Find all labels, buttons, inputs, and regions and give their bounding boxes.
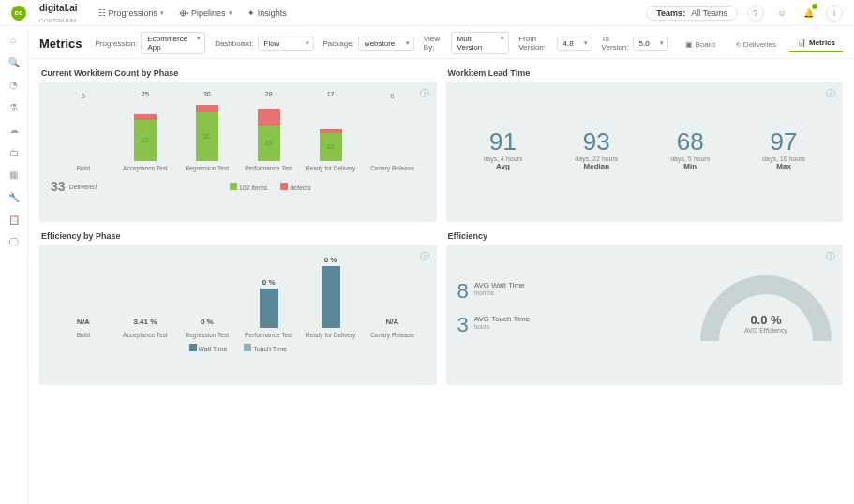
nav-insights-label: Insights (258, 8, 287, 18)
bar-total: 25 (142, 91, 149, 97)
filter-viewby-label: View By: (424, 35, 447, 52)
legend-wait-swatch-icon (189, 344, 197, 351)
brand: digital.ai CONTINUUM (39, 2, 78, 24)
tab-deliveries-label: Deliveries (743, 40, 776, 49)
bar-col: 3026Regression Test (180, 91, 234, 171)
lead-col: 68days, 5 hoursMin (670, 129, 710, 170)
bar-col: 0Build (56, 93, 111, 171)
eff-label: Performance Test (245, 332, 292, 338)
gauge-value: 0.0 % (700, 313, 832, 327)
panel-info-icon[interactable]: ⓘ (420, 250, 429, 263)
bell-icon[interactable]: 🔔 (800, 5, 817, 22)
avg-touch-label: AVG Touch Time (474, 315, 530, 323)
rail-folder-icon[interactable]: 🗀 (8, 146, 20, 157)
user-icon[interactable]: ☺ (773, 5, 790, 22)
chevron-down-icon: ▾ (160, 9, 164, 17)
lead-sub: days, 22 hours (575, 156, 618, 162)
bar-total: 28 (265, 91, 273, 97)
filter-viewby-select[interactable]: Multi Version (451, 32, 510, 54)
filter-progression-label: Progression: (96, 39, 138, 48)
tab-board-label: Board (696, 40, 715, 49)
lead-col: 97days, 16 hoursMax (762, 129, 805, 170)
eff-col: 0 %Ready for Delivery (304, 256, 358, 338)
bar-total: 0 (391, 93, 395, 99)
bar-col: 0Canary Release (365, 93, 419, 171)
teams-selector[interactable]: Teams: All Teams (646, 6, 738, 21)
bar-total: 30 (203, 91, 211, 97)
nav-pipelines[interactable]: ⟴ Pipelines ▾ (179, 8, 232, 18)
bar-label: Performance Test (245, 165, 292, 171)
board-icon: ▣ (685, 40, 693, 49)
eff-label: Ready for Delivery (306, 332, 355, 338)
panel3-title: Efficiency by Phase (41, 231, 437, 241)
nav-pipelines-label: Pipelines (191, 8, 226, 18)
teams-value: All Teams (691, 8, 727, 18)
delivered-count: 33 (51, 179, 66, 194)
rail-clipboard-icon[interactable]: 📋 (8, 214, 20, 225)
filter-fromversion-select[interactable]: 4.8 (557, 37, 592, 51)
tab-metrics-label: Metrics (809, 38, 835, 47)
panel-info-icon[interactable]: ⓘ (420, 87, 429, 100)
efficiency-gauge: 0.0 % AVG Efficiency (700, 275, 832, 341)
bar-label: Build (77, 165, 90, 171)
panel-info-icon[interactable]: ⓘ (826, 87, 835, 100)
tab-deliveries[interactable]: ⎋ Deliveries (728, 37, 784, 52)
panel-efficiency: Efficiency ⓘ 8 AVG Wait Time months (446, 231, 844, 385)
insights-icon: ✦ (247, 8, 255, 18)
brand-name: digital.ai (39, 3, 78, 13)
lead-value: 68 (670, 129, 710, 154)
nav-progressions-label: Progressions (109, 8, 158, 18)
brand-logo-icon: cc (11, 6, 26, 21)
bar-col: 2819Performance Test (242, 91, 296, 171)
avg-touch-unit: hours (474, 323, 530, 330)
rail-wrench-icon[interactable]: 🔧 (8, 191, 20, 202)
eff-value: 3.41 % (133, 318, 157, 326)
bar-total: 17 (327, 91, 335, 97)
lead-sub: days, 4 hours (483, 156, 522, 162)
help-icon[interactable]: ? (747, 5, 764, 22)
eff-col: 3.41 %Acceptance Test (118, 318, 172, 338)
panel-info-icon[interactable]: ⓘ (826, 250, 835, 263)
tab-board[interactable]: ▣ Board (678, 37, 723, 52)
lead-sub: days, 5 hours (670, 156, 710, 162)
rail-home-icon[interactable]: ⌂ (8, 34, 20, 45)
eff-col: N/ACanary Release (365, 318, 419, 338)
metrics-icon: 📊 (797, 38, 806, 47)
lead-value: 97 (762, 129, 805, 154)
filter-package-select[interactable]: webstore (358, 37, 414, 51)
lead-col: 93days, 22 hoursMedian (575, 129, 618, 170)
lead-stat: Max (762, 162, 805, 170)
eff-label: Acceptance Test (123, 332, 168, 338)
chevron-down-icon: ▾ (229, 9, 232, 17)
eff-col: N/ABuild (56, 318, 111, 338)
rail-cloud-icon[interactable]: ☁ (8, 124, 20, 135)
info-icon[interactable]: i (826, 5, 843, 22)
lead-stat: Min (670, 162, 710, 170)
rail-clock-icon[interactable]: ◔ (8, 79, 20, 90)
lead-stat: Median (575, 162, 618, 170)
delivered-label: Delivered (69, 184, 97, 190)
legend-items-count: 102 (239, 185, 250, 191)
panel4-title: Efficiency (448, 231, 844, 241)
nav-insights[interactable]: ✦ Insights (247, 8, 287, 18)
bar-label: Regression Test (186, 165, 230, 171)
filter-toversion-select[interactable]: 5.0 (633, 37, 668, 51)
tab-metrics[interactable]: 📊 Metrics (789, 35, 843, 52)
progressions-icon: ☷ (98, 8, 106, 18)
bar-total: 0 (82, 93, 85, 99)
panel-efficiency-phase: Efficiency by Phase ⓘ N/ABuild3.41 %Acce… (39, 231, 437, 385)
rail-flask-icon[interactable]: ⚗ (8, 101, 20, 112)
rail-monitor-icon[interactable]: 🖵 (8, 236, 20, 247)
filter-fromversion-label: From Version: (518, 35, 552, 52)
bar-label: Acceptance Test (123, 165, 168, 171)
filter-dashboard-select[interactable]: Flow (258, 37, 314, 51)
rail-search-icon[interactable]: 🔍 (8, 56, 20, 67)
avg-wait-unit: months (474, 289, 525, 296)
nav-progressions[interactable]: ☷ Progressions ▾ (98, 8, 165, 18)
filter-progression-select[interactable]: Ecommerce App (141, 32, 205, 54)
eff-col: 0 %Performance Test (242, 278, 296, 338)
rail-grid-icon[interactable]: ▦ (8, 169, 20, 180)
teams-label: Teams: (656, 8, 685, 18)
lead-sub: days, 16 hours (762, 156, 805, 162)
top-nav: ☷ Progressions ▾ ⟴ Pipelines ▾ ✦ Insight… (98, 8, 287, 18)
